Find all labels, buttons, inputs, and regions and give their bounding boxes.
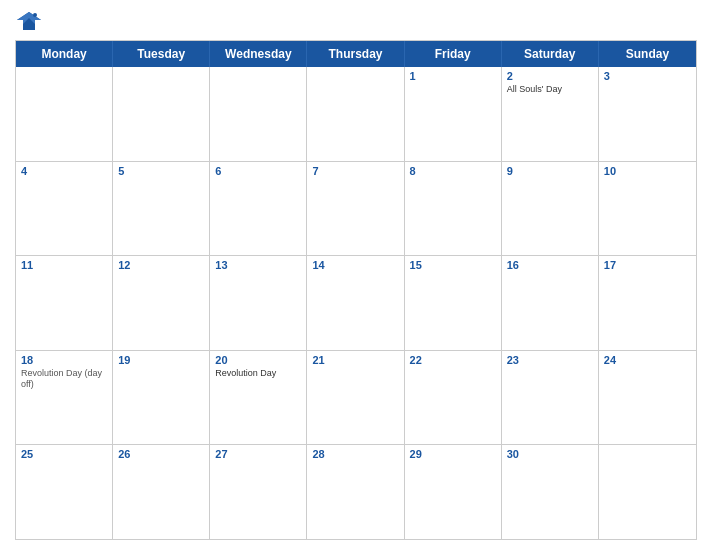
calendar-grid: MondayTuesdayWednesdayThursdayFridaySatu…	[15, 40, 697, 540]
logo	[15, 10, 47, 32]
day-event: Revolution Day (day off)	[21, 368, 107, 391]
day-number: 28	[312, 448, 398, 460]
day-number: 30	[507, 448, 593, 460]
weekday-header-thursday: Thursday	[307, 41, 404, 67]
day-cell-1: 1	[405, 67, 502, 161]
day-number: 10	[604, 165, 691, 177]
day-cell-6: 6	[210, 162, 307, 256]
day-number: 16	[507, 259, 593, 271]
day-cell-29: 29	[405, 445, 502, 539]
weekday-header-wednesday: Wednesday	[210, 41, 307, 67]
weekday-header-row: MondayTuesdayWednesdayThursdayFridaySatu…	[16, 41, 696, 67]
day-number: 8	[410, 165, 496, 177]
day-number: 26	[118, 448, 204, 460]
day-cell-26: 26	[113, 445, 210, 539]
day-cell-17: 17	[599, 256, 696, 350]
day-cell-empty	[16, 67, 113, 161]
day-number: 22	[410, 354, 496, 366]
day-cell-5: 5	[113, 162, 210, 256]
day-cell-15: 15	[405, 256, 502, 350]
day-event: All Souls' Day	[507, 84, 593, 96]
day-number: 24	[604, 354, 691, 366]
day-cell-9: 9	[502, 162, 599, 256]
day-number: 1	[410, 70, 496, 82]
day-number: 27	[215, 448, 301, 460]
day-cell-7: 7	[307, 162, 404, 256]
weekday-header-friday: Friday	[405, 41, 502, 67]
day-number: 17	[604, 259, 691, 271]
weekday-header-tuesday: Tuesday	[113, 41, 210, 67]
day-cell-13: 13	[210, 256, 307, 350]
day-cell-28: 28	[307, 445, 404, 539]
day-number: 4	[21, 165, 107, 177]
header	[15, 10, 697, 32]
day-cell-24: 24	[599, 351, 696, 445]
day-number: 6	[215, 165, 301, 177]
day-number: 9	[507, 165, 593, 177]
logo-bird-icon	[15, 10, 43, 32]
day-cell-16: 16	[502, 256, 599, 350]
day-number: 11	[21, 259, 107, 271]
week-row-4: 18Revolution Day (day off)1920Revolution…	[16, 351, 696, 446]
day-number: 7	[312, 165, 398, 177]
weekday-header-sunday: Sunday	[599, 41, 696, 67]
day-number: 3	[604, 70, 691, 82]
day-cell-11: 11	[16, 256, 113, 350]
calendar-body: 12All Souls' Day345678910111213141516171…	[16, 67, 696, 539]
day-cell-21: 21	[307, 351, 404, 445]
day-event: Revolution Day	[215, 368, 301, 380]
day-cell-27: 27	[210, 445, 307, 539]
svg-point-2	[33, 13, 37, 17]
day-number: 2	[507, 70, 593, 82]
week-row-5: 252627282930	[16, 445, 696, 539]
week-row-3: 11121314151617	[16, 256, 696, 351]
weekday-header-saturday: Saturday	[502, 41, 599, 67]
weekday-header-monday: Monday	[16, 41, 113, 67]
day-cell-3: 3	[599, 67, 696, 161]
day-cell-22: 22	[405, 351, 502, 445]
day-number: 23	[507, 354, 593, 366]
day-number: 21	[312, 354, 398, 366]
day-number: 5	[118, 165, 204, 177]
day-cell-19: 19	[113, 351, 210, 445]
day-cell-empty	[307, 67, 404, 161]
day-number: 14	[312, 259, 398, 271]
day-cell-empty	[599, 445, 696, 539]
day-cell-30: 30	[502, 445, 599, 539]
day-cell-20: 20Revolution Day	[210, 351, 307, 445]
day-cell-23: 23	[502, 351, 599, 445]
day-number: 29	[410, 448, 496, 460]
day-cell-12: 12	[113, 256, 210, 350]
day-cell-empty	[210, 67, 307, 161]
week-row-1: 12All Souls' Day3	[16, 67, 696, 162]
day-cell-empty	[113, 67, 210, 161]
day-number: 18	[21, 354, 107, 366]
day-cell-25: 25	[16, 445, 113, 539]
day-number: 12	[118, 259, 204, 271]
day-number: 19	[118, 354, 204, 366]
day-number: 25	[21, 448, 107, 460]
day-cell-14: 14	[307, 256, 404, 350]
day-number: 20	[215, 354, 301, 366]
day-number: 15	[410, 259, 496, 271]
day-cell-2: 2All Souls' Day	[502, 67, 599, 161]
day-cell-10: 10	[599, 162, 696, 256]
week-row-2: 45678910	[16, 162, 696, 257]
calendar-page: MondayTuesdayWednesdayThursdayFridaySatu…	[0, 0, 712, 550]
day-cell-18: 18Revolution Day (day off)	[16, 351, 113, 445]
day-cell-4: 4	[16, 162, 113, 256]
day-number: 13	[215, 259, 301, 271]
day-cell-8: 8	[405, 162, 502, 256]
